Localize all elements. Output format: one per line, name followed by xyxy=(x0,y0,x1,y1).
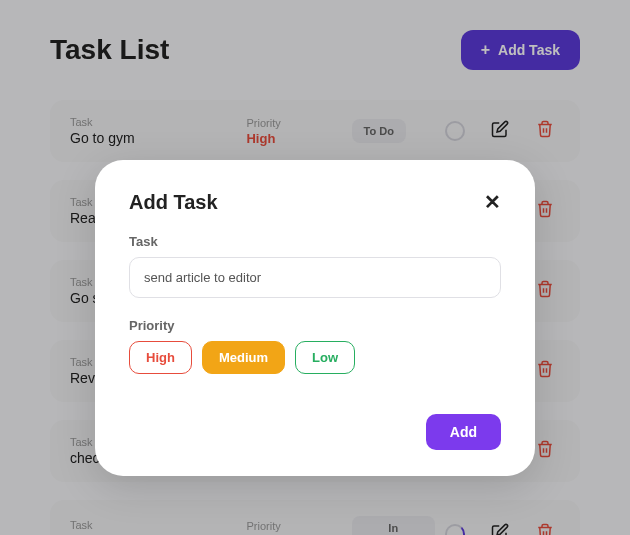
priority-option-medium[interactable]: Medium xyxy=(202,341,285,374)
close-icon[interactable]: ✕ xyxy=(484,190,501,214)
modal-title: Add Task xyxy=(129,191,218,214)
priority-option-low[interactable]: Low xyxy=(295,341,355,374)
task-input-label: Task xyxy=(129,234,501,249)
add-task-modal: Add Task ✕ Task Priority High Medium Low… xyxy=(95,160,535,476)
priority-label: Priority xyxy=(129,318,501,333)
add-submit-button[interactable]: Add xyxy=(426,414,501,450)
task-input[interactable] xyxy=(129,257,501,298)
priority-option-high[interactable]: High xyxy=(129,341,192,374)
